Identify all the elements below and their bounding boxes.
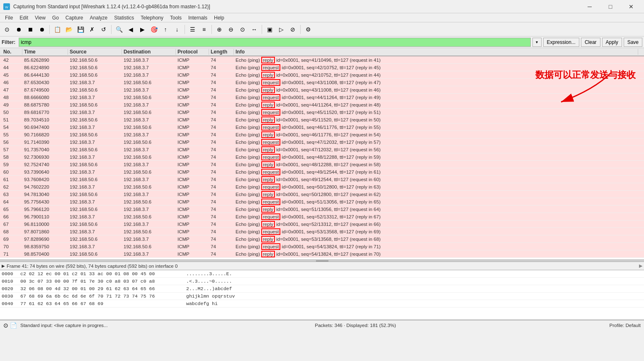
table-row[interactable]: 57 91.7357040 192.168.50.6 192.168.3.7 I… (0, 146, 644, 153)
hex-dump[interactable]: 0000 c2 02 12 ec 00 01 c2 01 33 ac 00 01… (0, 270, 644, 320)
cell-protocol: ICMP (176, 110, 209, 115)
table-row[interactable]: 58 92.7306930 192.168.3.7 192.168.50.6 I… (0, 153, 644, 161)
zoom-in[interactable]: ⊕ (214, 24, 225, 35)
cell-info: Echo (ping) request id=0x0001, seq=47/12… (234, 139, 644, 145)
table-row[interactable]: 66 96.7900110 192.168.3.7 192.168.50.6 I… (0, 213, 644, 220)
clear-button[interactable]: Clear (581, 38, 600, 47)
pane-list[interactable]: ☰ (187, 24, 198, 35)
table-row[interactable]: 48 88.6666080 192.168.3.7 192.168.50.6 I… (0, 94, 644, 101)
cell-source: 192.168.50.6 (68, 192, 122, 197)
cell-time: 88.6666080 (22, 95, 68, 100)
info-highlight: reply (261, 102, 275, 108)
table-row[interactable]: 56 91.7140390 192.168.3.7 192.168.50.6 I… (0, 138, 644, 146)
menu-item-help[interactable]: Help (211, 14, 228, 22)
menu-item-statistics[interactable]: Statistics (111, 14, 137, 22)
cell-destination: 192.168.3.7 (122, 117, 176, 122)
cell-protocol: ICMP (176, 87, 209, 92)
table-row[interactable]: 61 93.7608420 192.168.50.6 192.168.3.7 I… (0, 176, 644, 183)
cell-protocol: ICMP (176, 65, 209, 70)
find-next-mark[interactable]: ▷ (276, 24, 287, 35)
table-row[interactable]: 45 86.6444130 192.168.50.6 192.168.3.7 I… (0, 71, 644, 79)
cell-source: 192.168.50.6 (68, 132, 122, 137)
restart-capture[interactable]: ⏺ (36, 24, 47, 35)
close-button[interactable]: ✕ (622, 0, 641, 13)
cell-protocol: ICMP (176, 95, 209, 100)
filter-input[interactable] (19, 38, 530, 47)
menu-item-go[interactable]: Go (49, 14, 62, 22)
table-row[interactable]: 46 87.6530430 192.168.3.7 192.168.50.6 I… (0, 79, 644, 86)
info-highlight: request (261, 109, 280, 116)
table-row[interactable]: 59 92.7524740 192.168.50.6 192.168.3.7 I… (0, 161, 644, 168)
table-row[interactable]: 51 89.7034510 192.168.50.6 192.168.3.7 I… (0, 116, 644, 124)
menu-item-capture[interactable]: Capture (62, 14, 87, 22)
pane-detail[interactable]: ≡ (199, 24, 209, 35)
table-row[interactable]: 69 97.8289690 192.168.50.6 192.168.3.7 I… (0, 235, 644, 243)
cell-info: Echo (ping) reply id=0x0001, seq=47/1203… (234, 146, 644, 153)
zoom-normal[interactable]: ⊙ (237, 24, 248, 35)
zoom-out[interactable]: ⊖ (226, 24, 236, 35)
menu-item-view[interactable]: View (32, 14, 49, 22)
hex-bytes: 77 61 62 63 64 65 66 67 68 69 (20, 301, 186, 306)
save-file[interactable]: 💾 (75, 24, 86, 35)
table-row[interactable]: 63 94.7813040 192.168.50.6 192.168.3.7 I… (0, 191, 644, 198)
go-back[interactable]: ◀ (125, 24, 136, 35)
table-row[interactable]: 47 87.6749500 192.168.50.6 192.168.3.7 I… (0, 86, 644, 94)
table-row[interactable]: 54 90.6947400 192.168.3.7 192.168.50.6 I… (0, 124, 644, 131)
table-row[interactable]: 55 90.7166820 192.168.50.6 192.168.3.7 I… (0, 131, 644, 138)
menu-item-internals[interactable]: Internals (185, 14, 211, 22)
table-row[interactable]: 60 93.7390640 192.168.3.7 192.168.50.6 I… (0, 168, 644, 176)
table-row[interactable]: 42 85.6262890 192.168.50.6 192.168.3.7 I… (0, 56, 644, 64)
packet-table[interactable]: 42 85.6262890 192.168.50.6 192.168.3.7 I… (0, 56, 644, 259)
maximize-button[interactable]: □ (601, 0, 620, 13)
stop-capture[interactable]: ⏺ (13, 24, 24, 35)
reload-file[interactable]: ↺ (98, 24, 109, 35)
table-row[interactable]: 44 86.6224890 192.168.50.6 192.168.3.7 I… (0, 64, 644, 71)
ignore-packet[interactable]: ⊘ (287, 24, 298, 35)
go-first[interactable]: ↑ (160, 24, 171, 35)
menu-item-telephony[interactable]: Telephony (137, 14, 167, 22)
table-row[interactable]: 71 98.8570400 192.168.50.6 192.168.3.7 I… (0, 250, 644, 258)
cell-protocol: ICMP (176, 117, 209, 122)
menu-item-analyze[interactable]: Analyze (87, 14, 111, 22)
mark-packet[interactable]: ▣ (264, 24, 275, 35)
expand-icon[interactable]: ▶ (2, 264, 5, 268)
menu-item-file[interactable]: File (2, 14, 16, 22)
info-highlight: request (261, 124, 280, 131)
table-row[interactable]: 65 95.7966120 192.168.50.6 192.168.3.7 I… (0, 206, 644, 213)
col-header-info: Info (234, 49, 638, 55)
col-header-time: Time (22, 49, 68, 55)
table-row[interactable]: 68 97.8071860 192.168.3.7 192.168.50.6 I… (0, 228, 644, 235)
table-row[interactable]: 62 94.7602220 192.168.3.7 192.168.50.6 I… (0, 183, 644, 191)
cell-time: 90.7166820 (22, 132, 68, 137)
user-decodes[interactable]: ⚙ (303, 24, 313, 35)
save-button[interactable]: Save (624, 38, 642, 47)
capture-status-icon[interactable]: ⊙ (3, 322, 8, 329)
capture-options[interactable]: 📋 (52, 24, 63, 35)
find-packet[interactable]: 🔍 (114, 24, 124, 35)
table-row[interactable]: 67 96.8110000 192.168.50.6 192.168.3.7 I… (0, 220, 644, 228)
cell-time: 98.8359750 (22, 244, 68, 249)
expression-button[interactable]: Expression... (543, 38, 579, 47)
go-last[interactable]: ↓ (172, 24, 182, 35)
table-row[interactable]: 70 98.8359750 192.168.3.7 192.168.50.6 I… (0, 243, 644, 250)
cell-length: 74 (209, 117, 234, 122)
go-to-packet[interactable]: 🎯 (148, 24, 159, 35)
table-row[interactable]: 64 95.7756430 192.168.3.7 192.168.50.6 I… (0, 198, 644, 206)
cell-length: 74 (209, 184, 234, 189)
info-highlight: request (261, 228, 280, 235)
go-forward[interactable]: ▶ (137, 24, 148, 35)
open-file[interactable]: 📂 (63, 24, 74, 35)
table-row[interactable]: 49 88.6875780 192.168.50.6 192.168.3.7 I… (0, 101, 644, 109)
close-file[interactable]: ✗ (87, 24, 97, 35)
start-capture[interactable]: ⊙ (2, 24, 12, 35)
table-row[interactable]: 50 89.6816770 192.168.3.7 192.168.50.6 I… (0, 109, 644, 116)
menu-item-edit[interactable]: Edit (16, 14, 32, 22)
menu-item-tools[interactable]: Tools (167, 14, 185, 22)
cell-length: 74 (209, 170, 234, 174)
filter-dropdown[interactable]: ▾ (532, 38, 542, 47)
cell-info: Echo (ping) request id=0x0001, seq=50/12… (234, 184, 644, 190)
stop-restart[interactable]: ⏹ (25, 24, 36, 35)
resize-columns[interactable]: ↔ (249, 24, 260, 35)
minimize-button[interactable]: ─ (580, 0, 599, 13)
apply-button[interactable]: Apply (602, 38, 622, 47)
